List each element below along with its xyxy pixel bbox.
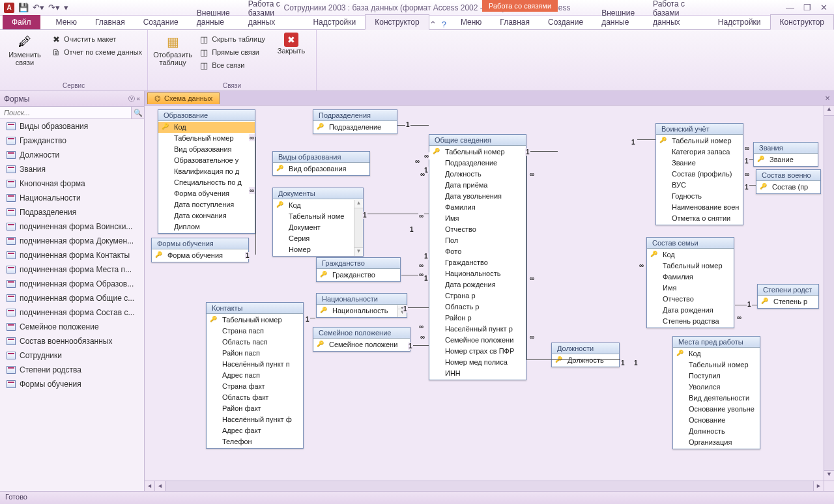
- table-contacts[interactable]: КонтактыТабельный номерСтрана паспОбласт…: [206, 302, 304, 449]
- clear-layout-button[interactable]: ✖Очистить макет: [51, 33, 142, 46]
- table-field[interactable]: Район факт: [207, 403, 303, 414]
- nav-form-item[interactable]: подчиненная форма Общие с...: [0, 291, 144, 305]
- table-field[interactable]: Код: [647, 249, 734, 260]
- table-field[interactable]: Дата увольнения: [429, 191, 526, 202]
- table-field[interactable]: Табельный номер: [656, 135, 743, 147]
- table-field[interactable]: Основание увольне: [673, 404, 760, 415]
- table-field[interactable]: Форма обучения: [158, 188, 255, 199]
- table-field[interactable]: Страна р: [429, 290, 526, 301]
- table-header[interactable]: Места пред работы: [673, 337, 760, 348]
- table-header[interactable]: Виды образования: [273, 152, 369, 163]
- ribbon-tab[interactable]: Меню: [47, 15, 86, 29]
- nav-form-item[interactable]: Виды образования: [0, 119, 144, 133]
- nav-search-input[interactable]: [0, 107, 131, 119]
- table-field[interactable]: Серия: [273, 233, 363, 244]
- table-mil_comp[interactable]: Состав военноСостав (пр: [756, 169, 821, 194]
- table-field[interactable]: Диплом: [158, 221, 255, 232]
- ribbon-tab[interactable]: Меню: [452, 15, 491, 29]
- qat-undo-icon[interactable]: ↶▾: [33, 3, 44, 12]
- table-field[interactable]: Фамилия: [429, 202, 526, 213]
- table-header[interactable]: Формы обучения: [152, 238, 248, 249]
- nav-form-item[interactable]: Кнопочная форма: [0, 176, 144, 191]
- table-prev_work[interactable]: Места пред работыКодТабельный номерПосту…: [672, 336, 760, 449]
- scroll-left-icon[interactable]: ◄: [145, 481, 155, 491]
- table-edu_types[interactable]: Виды образованияВид образования: [272, 151, 370, 176]
- table-field[interactable]: Состав (профиль): [656, 169, 743, 180]
- table-docs[interactable]: ДокументыКодТабельный номеДокументСерияН…: [272, 188, 364, 257]
- scroll-right-icon[interactable]: ►: [813, 481, 824, 491]
- table-field[interactable]: Состав (пр: [756, 182, 820, 193]
- table-kinship[interactable]: Степени родстСтепень р: [757, 284, 819, 309]
- table-field[interactable]: Номер страх св ПФР: [429, 346, 526, 357]
- nav-form-item[interactable]: Степени родства: [0, 363, 144, 377]
- table-field[interactable]: Дата рождения: [647, 305, 734, 316]
- direct-relationships-button[interactable]: ◫Прямые связи: [199, 46, 265, 59]
- table-field[interactable]: ВУС: [656, 180, 743, 191]
- table-field[interactable]: Населённый пункт ф: [207, 414, 303, 425]
- table-field[interactable]: Форма обучения: [152, 250, 248, 261]
- table-ranks[interactable]: ЗванияЗвание: [753, 142, 818, 167]
- nav-form-item[interactable]: подчиненная форма Состав с...: [0, 305, 144, 320]
- nav-form-item[interactable]: Звания: [0, 162, 144, 176]
- table-field[interactable]: Номер мед полиса: [429, 357, 526, 368]
- ribbon-minimize-icon[interactable]: ⌃: [429, 20, 437, 29]
- table-field[interactable]: Отчество: [429, 224, 526, 235]
- table-header[interactable]: Образование: [158, 110, 255, 121]
- table-education[interactable]: ОбразованиеКодТабельный номерВид образов…: [158, 109, 255, 234]
- relationships-diagram-tab[interactable]: ⌬ Схема данных: [147, 92, 220, 104]
- table-field[interactable]: Образовательное у: [158, 155, 255, 166]
- table-field[interactable]: Пол: [429, 235, 526, 246]
- nav-form-item[interactable]: подчиненная форма Докумен...: [0, 234, 144, 248]
- table-field[interactable]: Адрес факт: [207, 425, 303, 436]
- table-field[interactable]: Должность: [673, 426, 760, 437]
- table-header[interactable]: Документы: [273, 188, 363, 199]
- table-field[interactable]: Документ: [273, 222, 363, 233]
- nav-header[interactable]: Формы ⓥ «: [0, 91, 144, 107]
- table-header[interactable]: Воинский учёт: [656, 124, 743, 135]
- ribbon-tab[interactable]: Работа с базами данных: [644, 0, 709, 29]
- nav-form-item[interactable]: Формы обучения: [0, 377, 144, 391]
- qat-redo-icon[interactable]: ↷▾: [48, 3, 60, 12]
- ribbon-tab[interactable]: Конструктор: [770, 14, 834, 30]
- qat-customize-icon[interactable]: ▾: [64, 3, 68, 12]
- table-field[interactable]: Уволился: [673, 382, 760, 393]
- nav-form-item[interactable]: подчиненная форма Места п...: [0, 262, 144, 277]
- table-field[interactable]: Гражданство: [317, 270, 400, 281]
- table-field[interactable]: Страна пасп: [207, 326, 303, 337]
- table-field[interactable]: Семейное положени: [429, 335, 526, 346]
- table-header[interactable]: Степени родст: [758, 285, 818, 296]
- table-field[interactable]: Табельный номер: [647, 260, 734, 272]
- nav-form-item[interactable]: Национальности: [0, 191, 144, 205]
- table-field[interactable]: Подразделение: [313, 122, 397, 133]
- ribbon-tab[interactable]: Надстройки: [709, 15, 770, 29]
- table-field[interactable]: Область пасп: [207, 337, 303, 348]
- table-field[interactable]: Код: [273, 200, 363, 211]
- table-subdiv[interactable]: ПодразделенияПодразделение: [313, 109, 397, 134]
- table-field[interactable]: Район пасп: [207, 348, 303, 359]
- table-field[interactable]: Дата поступления: [158, 199, 255, 210]
- table-field[interactable]: Код: [673, 348, 760, 359]
- show-table-button[interactable]: ▦ Отобразить таблицу: [153, 33, 192, 66]
- nav-form-item[interactable]: подчиненная форма Воински...: [0, 219, 144, 234]
- table-field[interactable]: Поступил: [673, 371, 760, 382]
- table-field[interactable]: Дата приёма: [429, 180, 526, 191]
- close-tab-button[interactable]: ×: [821, 93, 834, 103]
- ribbon-tab[interactable]: Внешние данные: [188, 6, 239, 29]
- table-field[interactable]: Организация: [673, 437, 760, 448]
- table-field[interactable]: Звание: [754, 154, 818, 165]
- table-marital[interactable]: Семейное положениеСемейное положени: [313, 327, 410, 352]
- table-field[interactable]: Имя: [647, 283, 734, 294]
- table-field[interactable]: Имя: [429, 213, 526, 224]
- table-citizenship[interactable]: ГражданствоГражданство: [316, 257, 401, 282]
- table-field[interactable]: Номер: [273, 244, 363, 255]
- scroll-down-icon[interactable]: ▼: [824, 470, 834, 481]
- table-field[interactable]: Категория запаса: [656, 147, 743, 158]
- table-header[interactable]: Национальности: [317, 294, 407, 305]
- table-field[interactable]: Гражданство: [429, 257, 526, 268]
- table-header[interactable]: Контакты: [207, 303, 303, 314]
- table-header[interactable]: Звания: [754, 143, 818, 154]
- table-field[interactable]: Подразделение: [429, 158, 526, 169]
- table-header[interactable]: Гражданство: [317, 258, 400, 269]
- horizontal-scrollbar[interactable]: ◄ ◄ ►: [145, 481, 824, 491]
- table-header[interactable]: Должности: [552, 343, 619, 354]
